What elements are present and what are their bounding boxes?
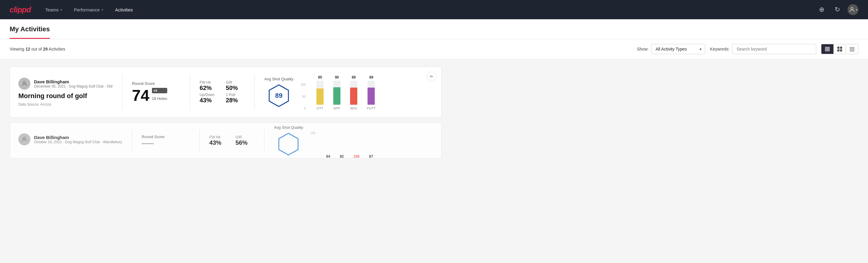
shot-quality-block: Avg Shot Quality [274, 125, 303, 156]
svg-rect-1 [825, 47, 830, 48]
performance-chevron-icon: ▾ [102, 8, 103, 11]
chart-col-app: 82 [340, 154, 344, 158]
stat-value: 62% [200, 85, 219, 91]
svg-rect-12 [850, 51, 855, 52]
score-section: Round Score 74 +4 18 Holes [132, 81, 180, 103]
stat-label: Up/Down [200, 93, 219, 97]
score-main [142, 141, 190, 147]
y-label-50: 50 [301, 95, 306, 98]
stat-value: 43% [200, 97, 219, 104]
nav-teams[interactable]: Teams ▾ [40, 5, 67, 15]
bar-chart: 100 94 82 106 87 [310, 122, 373, 158]
divider [190, 74, 190, 110]
stat-updown: Up/Down 43% [200, 93, 219, 104]
stat-label: FW Hit [200, 80, 219, 85]
date-course: December 05, 2021 · Gog Magog Golf Club … [34, 84, 113, 88]
viewing-total: 29 [43, 47, 48, 52]
grid-view-button[interactable] [834, 44, 846, 54]
user-avatar[interactable]: ▾ [847, 4, 858, 15]
svg-rect-5 [837, 47, 839, 49]
compact-view-button[interactable] [846, 44, 858, 54]
svg-rect-11 [850, 50, 855, 50]
shot-quality-section: Avg Shot Quality 100 94 [274, 122, 433, 158]
score-badge: +4 [152, 88, 167, 93]
stat-label: GIR [226, 80, 245, 85]
bar-value-putt: 87 [369, 154, 373, 158]
card-left: Dave Billingham December 05, 2021 · Gog … [18, 78, 113, 107]
bar-label-putt: PUTT [367, 107, 376, 110]
nav-links: Teams ▾ Performance ▾ Activities [40, 5, 807, 15]
bar-fill-arg [350, 88, 357, 105]
card-left: Dave Billingham October 16, 2021 · Gog M… [18, 133, 122, 148]
card-user-info: Dave Billingham December 05, 2021 · Gog … [34, 79, 113, 88]
divider [264, 130, 265, 151]
bar-fill-app [333, 87, 340, 105]
svg-point-0 [851, 7, 853, 10]
bar-label-arg: ARG [350, 107, 357, 110]
card-user-info: Dave Billingham October 16, 2021 · Gog M… [34, 135, 122, 144]
app-logo: clippd [10, 5, 31, 14]
bar-value-arg: 106 [353, 154, 360, 158]
divider [132, 130, 132, 151]
chart-col-arg: 89 ARG [350, 75, 357, 110]
date-course: October 16, 2021 · Gog Magog Golf Club -… [34, 140, 122, 144]
nav-performance[interactable]: Performance ▾ [69, 5, 108, 15]
navbar: clippd Teams ▾ Performance ▾ Activities … [0, 0, 868, 19]
teams-chevron-icon: ▾ [60, 8, 62, 11]
divider [199, 130, 200, 151]
stat-label: 1 Putt [226, 93, 245, 97]
bar-container-arg [350, 81, 357, 105]
viewing-number: 12 [26, 47, 30, 52]
svg-point-15 [23, 137, 25, 139]
add-button[interactable]: ⊕ [816, 4, 827, 15]
svg-rect-3 [825, 49, 830, 50]
chart-col-arg: 106 [353, 154, 360, 158]
stat-gir: GIR 56% [236, 135, 254, 146]
page-header: My Activities [0, 19, 868, 39]
svg-rect-2 [825, 48, 830, 49]
user-name: Dave Billingham [34, 79, 113, 84]
y-label-0: 0 [301, 107, 306, 110]
y-label-100: 100 [310, 132, 315, 135]
nav-activities[interactable]: Activities [111, 5, 138, 15]
svg-rect-10 [850, 49, 855, 49]
viewing-count-text: Viewing 12 out of 29 Activities [10, 47, 632, 52]
chart-col-app: 90 APP [333, 75, 340, 110]
stat-fw-hit: FW Hit 43% [209, 135, 228, 146]
stat-value: 28% [226, 97, 245, 104]
bar-value-ott: 94 [326, 154, 330, 158]
search-input[interactable] [732, 44, 816, 54]
bar-fill-putt [368, 88, 375, 105]
refresh-button[interactable]: ↻ [832, 4, 843, 15]
bar-value-putt: 89 [369, 75, 373, 80]
chart-y-labels: 100 50 0 [301, 83, 306, 110]
list-view-button[interactable] [822, 44, 834, 54]
shot-quality-block: Avg Shot Quality 89 [265, 77, 293, 108]
edit-button[interactable]: ✏ [427, 71, 436, 81]
shot-quality-label: Avg Shot Quality [265, 77, 293, 81]
stat-value: 56% [236, 139, 254, 146]
chart-col-ott: 94 [326, 154, 330, 158]
nav-actions: ⊕ ↻ ▾ [816, 4, 858, 15]
bar-container-putt [368, 81, 375, 105]
performance-label: Performance [74, 7, 100, 12]
hexagon [276, 132, 301, 156]
bar-value-ott: 85 [318, 75, 322, 80]
card-user-row: Dave Billingham December 05, 2021 · Gog … [18, 78, 113, 90]
viewing-label: Viewing [10, 47, 24, 52]
activity-type-select[interactable]: All Activity Types [651, 44, 705, 54]
bar-container-app [333, 81, 340, 105]
bar-chart: 100 50 0 85 OTT 90 [301, 74, 375, 110]
activity-type-select-wrapper: All Activity Types [651, 44, 705, 54]
stat-label: FW Hit [209, 135, 228, 139]
bar-label-app: APP [334, 107, 340, 110]
bar-value-arg: 89 [351, 75, 355, 80]
activities-label: Activities [115, 7, 133, 12]
bar-value-app: 90 [335, 75, 339, 80]
round-score-label: Round Score [132, 81, 180, 86]
stats-section: FW Hit 43% GIR 56% [209, 135, 254, 146]
chart-col-putt: 87 [369, 154, 373, 158]
stats-section: FW Hit 62% GIR 50% Up/Down 43% 1 Putt 28… [200, 80, 245, 104]
bar-fill-ott [316, 88, 323, 105]
shot-quality-section: Avg Shot Quality 89 100 50 0 [265, 74, 433, 110]
